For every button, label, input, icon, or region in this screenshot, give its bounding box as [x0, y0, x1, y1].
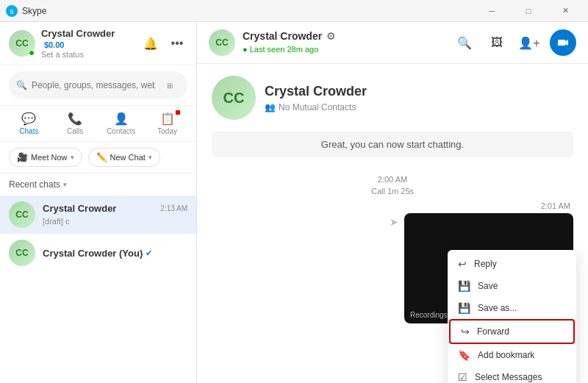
- start-video-button[interactable]: [550, 29, 576, 56]
- app-body: CC Crystal Crowder $0.00 Set a status 🔔 …: [0, 22, 588, 383]
- verified-badge: ✔: [146, 248, 152, 258]
- new-chat-icon: ✏️: [96, 152, 107, 162]
- chat-avatar-crystal: CC: [9, 201, 35, 228]
- chat-item-crystal-you[interactable]: CC Crystal Crowder (You) ✔: [0, 234, 196, 272]
- search-icon: 🔍: [16, 80, 27, 90]
- action-buttons: 🎥 Meet Now ▾ ✏️ New Chat ▾: [0, 142, 196, 173]
- time-label-2: 2:01 AM: [212, 201, 573, 210]
- notifications-button[interactable]: 🔔: [140, 33, 161, 54]
- chat-info-crystal-you: Crystal Crowder (You) ✔: [43, 248, 187, 259]
- chat-header: CC Crystal Crowder ⚙ ● Last seen 28m ago…: [197, 22, 588, 64]
- contacts-icon: 👤: [114, 112, 129, 126]
- chat-info-crystal: Crystal Crowder 2:13 AM [draft] c: [43, 203, 187, 227]
- context-menu-select-messages[interactable]: ☑ Select Messages: [448, 366, 576, 383]
- chat-area: CC Crystal Crowder ⚙ ● Last seen 28m ago…: [197, 22, 588, 383]
- meet-now-button[interactable]: 🎥 Meet Now ▾: [9, 148, 82, 167]
- maximize-button[interactable]: □: [512, 0, 545, 22]
- meet-now-arrow: ▾: [71, 154, 74, 161]
- profile-card: CC Crystal Crowder 👥 No Mutual Contacts: [197, 64, 588, 126]
- title-bar: S Skype ─ □ ✕: [0, 0, 588, 22]
- window-controls: ─ □ ✕: [475, 0, 582, 22]
- recent-chats-chevron[interactable]: ▾: [63, 181, 67, 188]
- time-label-1: 2:00 AM: [212, 175, 573, 184]
- add-contact-button[interactable]: 👤+: [517, 31, 541, 54]
- online-indicator: [29, 50, 35, 56]
- tab-contacts[interactable]: 👤 Contacts: [98, 109, 145, 138]
- app-logo: S: [6, 5, 22, 17]
- chat-header-name-area: Crystal Crowder ⚙ ● Last seen 28m ago: [243, 30, 336, 55]
- context-menu-add-bookmark[interactable]: 🔖 Add bookmark: [448, 344, 576, 366]
- recent-chats-label: Recent chats: [9, 179, 60, 190]
- today-badge: [176, 110, 180, 115]
- context-menu-save-as[interactable]: 💾 Save as...: [448, 297, 576, 319]
- profile-contacts: 👥 No Mutual Contacts: [265, 102, 367, 112]
- close-button[interactable]: ✕: [548, 0, 582, 22]
- more-options-button[interactable]: •••: [167, 33, 187, 54]
- calls-icon: 📞: [68, 112, 82, 126]
- start-chatting-banner: Great, you can now start chatting.: [212, 132, 573, 157]
- user-status[interactable]: Set a status: [41, 50, 140, 59]
- chats-icon: 💬: [21, 112, 36, 126]
- chat-header-left: CC Crystal Crowder ⚙ ● Last seen 28m ago: [209, 29, 336, 56]
- app-title: Skype: [22, 6, 475, 16]
- new-chat-arrow: ▾: [148, 154, 152, 161]
- sidebar-header-actions: 🔔 •••: [140, 33, 187, 54]
- chat-avatar-crystal-you: CC: [9, 240, 35, 266]
- nav-tabs: 💬 Chats 📞 Calls 👤 Contacts 📋 Today: [0, 106, 196, 142]
- search-input[interactable]: [32, 80, 155, 90]
- settings-icon[interactable]: ⚙: [326, 30, 336, 42]
- context-menu-reply[interactable]: ↩ Reply: [448, 253, 576, 275]
- search-bar: 🔍 ⊞: [0, 65, 196, 106]
- chat-header-avatar: CC: [209, 29, 235, 56]
- recent-chats-header: Recent chats ▾: [0, 173, 196, 196]
- user-name-area: Crystal Crowder $0.00 Set a status: [41, 28, 140, 59]
- svg-text:S: S: [10, 8, 13, 15]
- user-info: CC Crystal Crowder $0.00 Set a status: [9, 28, 140, 59]
- chat-item-crystal[interactable]: CC Crystal Crowder 2:13 AM [draft] c: [0, 196, 196, 234]
- save-as-icon: 💾: [458, 302, 470, 314]
- save-icon: 💾: [458, 280, 470, 292]
- user-credit: $0.00: [44, 40, 65, 49]
- chat-header-right: 🔍 🖼 👤+: [453, 29, 576, 56]
- video-icon: 🎥: [17, 152, 28, 162]
- send-status-icon: ➤: [390, 216, 398, 228]
- new-chat-button[interactable]: ✏️ New Chat ▾: [88, 148, 160, 167]
- tab-today[interactable]: 📋 Today: [144, 109, 190, 138]
- sidebar: CC Crystal Crowder $0.00 Set a status 🔔 …: [0, 22, 197, 383]
- call-label: Call 1m 25s: [212, 187, 573, 196]
- user-avatar[interactable]: CC: [9, 30, 35, 57]
- minimize-button[interactable]: ─: [475, 0, 509, 22]
- chat-list: CC Crystal Crowder 2:13 AM [draft] c CC: [0, 196, 196, 383]
- profile-info: Crystal Crowder 👥 No Mutual Contacts: [265, 84, 367, 112]
- bookmark-icon: 🔖: [458, 349, 470, 361]
- tab-calls[interactable]: 📞 Calls: [52, 109, 98, 138]
- context-menu-forward[interactable]: ↪ Forward: [449, 319, 575, 344]
- gallery-button[interactable]: 🖼: [485, 31, 509, 54]
- select-icon: ☑: [458, 371, 467, 383]
- forward-icon: ↪: [461, 326, 470, 337]
- reply-icon: ↩: [458, 258, 467, 270]
- profile-avatar: CC: [212, 76, 256, 120]
- sidebar-header: CC Crystal Crowder $0.00 Set a status 🔔 …: [0, 22, 196, 65]
- search-wrapper: 🔍 ⊞: [9, 71, 187, 99]
- today-icon: 📋: [160, 112, 175, 126]
- user-display-name: Crystal Crowder $0.00: [41, 28, 140, 50]
- tab-chats[interactable]: 💬 Chats: [6, 109, 52, 138]
- context-menu-save[interactable]: 💾 Save: [448, 275, 576, 297]
- dialpad-icon[interactable]: ⊞: [159, 75, 180, 96]
- context-menu: ↩ Reply 💾 Save 💾 Save as... ↪ Forward 🔖 …: [448, 250, 576, 383]
- search-chat-button[interactable]: 🔍: [453, 31, 476, 54]
